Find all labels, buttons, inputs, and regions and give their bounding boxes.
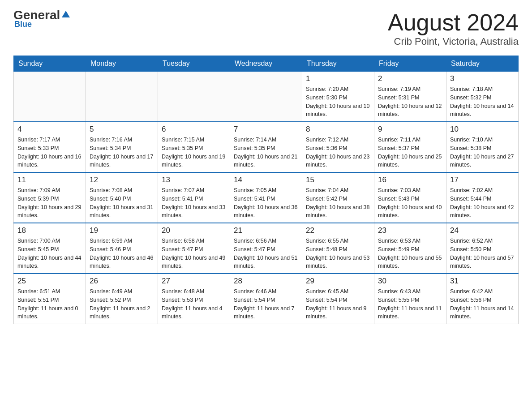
day-number: 2 bbox=[378, 74, 442, 83]
calendar-cell-w4-d5: 22Sunrise: 6:55 AMSunset: 5:48 PMDayligh… bbox=[302, 223, 374, 274]
day-number: 30 bbox=[378, 277, 442, 286]
day-number: 9 bbox=[378, 125, 442, 134]
day-info: Sunrise: 6:46 AMSunset: 5:54 PMDaylight:… bbox=[234, 287, 298, 321]
calendar-cell-w4-d1: 18Sunrise: 7:00 AMSunset: 5:45 PMDayligh… bbox=[14, 223, 86, 274]
day-info: Sunrise: 6:53 AMSunset: 5:49 PMDaylight:… bbox=[378, 237, 442, 270]
calendar-cell-w1-d2 bbox=[86, 72, 158, 122]
day-info: Sunrise: 7:12 AMSunset: 5:36 PMDaylight:… bbox=[306, 136, 370, 169]
day-number: 12 bbox=[90, 176, 154, 184]
calendar-cell-w3-d7: 17Sunrise: 7:02 AMSunset: 5:44 PMDayligh… bbox=[446, 172, 519, 223]
day-info: Sunrise: 6:49 AMSunset: 5:52 PMDaylight:… bbox=[90, 287, 154, 321]
calendar-cell-w1-d5: 1Sunrise: 7:20 AMSunset: 5:30 PMDaylight… bbox=[302, 72, 374, 122]
day-info: Sunrise: 6:56 AMSunset: 5:47 PMDaylight:… bbox=[234, 237, 298, 270]
day-info: Sunrise: 6:52 AMSunset: 5:50 PMDaylight:… bbox=[450, 237, 515, 270]
calendar-cell-w4-d4: 21Sunrise: 6:56 AMSunset: 5:47 PMDayligh… bbox=[230, 223, 302, 274]
logo: General Blue bbox=[13, 9, 71, 29]
calendar-table: Sunday Monday Tuesday Wednesday Thursday… bbox=[13, 56, 519, 324]
day-number: 28 bbox=[234, 277, 298, 286]
week-row-4: 18Sunrise: 7:00 AMSunset: 5:45 PMDayligh… bbox=[14, 223, 519, 274]
calendar-cell-w2-d7: 10Sunrise: 7:10 AMSunset: 5:38 PMDayligh… bbox=[446, 122, 519, 172]
day-info: Sunrise: 7:16 AMSunset: 5:34 PMDaylight:… bbox=[90, 136, 154, 169]
calendar-cell-w3-d5: 15Sunrise: 7:04 AMSunset: 5:42 PMDayligh… bbox=[302, 172, 374, 223]
day-info: Sunrise: 6:58 AMSunset: 5:47 PMDaylight:… bbox=[162, 237, 226, 270]
day-number: 14 bbox=[234, 176, 298, 184]
calendar-cell-w2-d4: 7Sunrise: 7:14 AMSunset: 5:35 PMDaylight… bbox=[230, 122, 302, 172]
day-info: Sunrise: 7:02 AMSunset: 5:44 PMDaylight:… bbox=[450, 186, 515, 220]
day-number: 23 bbox=[378, 226, 442, 235]
calendar-cell-w5-d3: 27Sunrise: 6:48 AMSunset: 5:53 PMDayligh… bbox=[158, 274, 230, 324]
day-info: Sunrise: 7:00 AMSunset: 5:45 PMDaylight:… bbox=[17, 237, 82, 270]
day-info: Sunrise: 6:51 AMSunset: 5:51 PMDaylight:… bbox=[17, 287, 82, 321]
day-info: Sunrise: 7:19 AMSunset: 5:31 PMDaylight:… bbox=[378, 85, 442, 119]
header-thursday: Thursday bbox=[302, 56, 374, 72]
header-saturday: Saturday bbox=[446, 56, 519, 72]
calendar-header-row: Sunday Monday Tuesday Wednesday Thursday… bbox=[14, 56, 519, 72]
week-row-3: 11Sunrise: 7:09 AMSunset: 5:39 PMDayligh… bbox=[14, 172, 519, 223]
day-info: Sunrise: 7:15 AMSunset: 5:35 PMDaylight:… bbox=[162, 136, 226, 169]
day-number: 22 bbox=[306, 226, 370, 235]
calendar-cell-w2-d3: 6Sunrise: 7:15 AMSunset: 5:35 PMDaylight… bbox=[158, 122, 230, 172]
day-number: 24 bbox=[450, 226, 515, 235]
day-info: Sunrise: 6:59 AMSunset: 5:46 PMDaylight:… bbox=[90, 237, 154, 270]
calendar-cell-w1-d4 bbox=[230, 72, 302, 122]
day-number: 5 bbox=[90, 125, 154, 134]
day-number: 26 bbox=[90, 277, 154, 286]
day-number: 7 bbox=[234, 125, 298, 134]
day-number: 8 bbox=[306, 125, 370, 134]
day-info: Sunrise: 7:10 AMSunset: 5:38 PMDaylight:… bbox=[450, 136, 515, 169]
calendar-cell-w5-d6: 30Sunrise: 6:43 AMSunset: 5:55 PMDayligh… bbox=[374, 274, 446, 324]
week-row-1: 1Sunrise: 7:20 AMSunset: 5:30 PMDaylight… bbox=[14, 72, 519, 122]
calendar-cell-w3-d6: 16Sunrise: 7:03 AMSunset: 5:43 PMDayligh… bbox=[374, 172, 446, 223]
day-info: Sunrise: 6:48 AMSunset: 5:53 PMDaylight:… bbox=[162, 287, 226, 321]
day-info: Sunrise: 7:05 AMSunset: 5:41 PMDaylight:… bbox=[234, 186, 298, 220]
logo-blue: Blue bbox=[13, 20, 32, 29]
logo-icon bbox=[61, 9, 71, 19]
calendar-cell-w3-d4: 14Sunrise: 7:05 AMSunset: 5:41 PMDayligh… bbox=[230, 172, 302, 223]
day-number: 21 bbox=[234, 226, 298, 235]
day-info: Sunrise: 7:09 AMSunset: 5:39 PMDaylight:… bbox=[17, 186, 82, 220]
calendar-cell-w1-d7: 3Sunrise: 7:18 AMSunset: 5:32 PMDaylight… bbox=[446, 72, 519, 122]
calendar-cell-w2-d2: 5Sunrise: 7:16 AMSunset: 5:34 PMDaylight… bbox=[86, 122, 158, 172]
header-wednesday: Wednesday bbox=[230, 56, 302, 72]
day-info: Sunrise: 7:17 AMSunset: 5:33 PMDaylight:… bbox=[17, 136, 82, 169]
calendar-cell-w5-d5: 29Sunrise: 6:45 AMSunset: 5:54 PMDayligh… bbox=[302, 274, 374, 324]
calendar-cell-w3-d3: 13Sunrise: 7:07 AMSunset: 5:41 PMDayligh… bbox=[158, 172, 230, 223]
day-number: 15 bbox=[306, 176, 370, 184]
day-number: 19 bbox=[90, 226, 154, 235]
day-number: 25 bbox=[17, 277, 82, 286]
day-number: 27 bbox=[162, 277, 226, 286]
calendar-cell-w2-d5: 8Sunrise: 7:12 AMSunset: 5:36 PMDaylight… bbox=[302, 122, 374, 172]
calendar-cell-w4-d2: 19Sunrise: 6:59 AMSunset: 5:46 PMDayligh… bbox=[86, 223, 158, 274]
header-friday: Friday bbox=[374, 56, 446, 72]
day-number: 6 bbox=[162, 125, 226, 134]
day-number: 11 bbox=[17, 176, 82, 184]
calendar-cell-w5-d1: 25Sunrise: 6:51 AMSunset: 5:51 PMDayligh… bbox=[14, 274, 86, 324]
calendar-cell-w1-d1 bbox=[14, 72, 86, 122]
week-row-5: 25Sunrise: 6:51 AMSunset: 5:51 PMDayligh… bbox=[14, 274, 519, 324]
day-info: Sunrise: 6:42 AMSunset: 5:56 PMDaylight:… bbox=[450, 287, 515, 321]
day-number: 31 bbox=[450, 277, 515, 286]
day-info: Sunrise: 7:07 AMSunset: 5:41 PMDaylight:… bbox=[162, 186, 226, 220]
day-info: Sunrise: 7:20 AMSunset: 5:30 PMDaylight:… bbox=[306, 85, 370, 119]
svg-marker-0 bbox=[62, 11, 70, 17]
day-number: 10 bbox=[450, 125, 515, 134]
day-number: 13 bbox=[162, 176, 226, 184]
page-subtitle: Crib Point, Victoria, Australia bbox=[388, 36, 519, 47]
day-info: Sunrise: 7:04 AMSunset: 5:42 PMDaylight:… bbox=[306, 186, 370, 220]
day-number: 4 bbox=[17, 125, 82, 134]
calendar-cell-w4-d6: 23Sunrise: 6:53 AMSunset: 5:49 PMDayligh… bbox=[374, 223, 446, 274]
header-tuesday: Tuesday bbox=[158, 56, 230, 72]
day-number: 29 bbox=[306, 277, 370, 286]
calendar-cell-w3-d1: 11Sunrise: 7:09 AMSunset: 5:39 PMDayligh… bbox=[14, 172, 86, 223]
day-number: 1 bbox=[306, 74, 370, 83]
header: General Blue August 2024 Crib Point, Vic… bbox=[13, 9, 519, 47]
header-monday: Monday bbox=[86, 56, 158, 72]
calendar-cell-w4-d7: 24Sunrise: 6:52 AMSunset: 5:50 PMDayligh… bbox=[446, 223, 519, 274]
calendar-cell-w2-d6: 9Sunrise: 7:11 AMSunset: 5:37 PMDaylight… bbox=[374, 122, 446, 172]
page-title: August 2024 bbox=[388, 9, 519, 36]
calendar-cell-w4-d3: 20Sunrise: 6:58 AMSunset: 5:47 PMDayligh… bbox=[158, 223, 230, 274]
day-number: 20 bbox=[162, 226, 226, 235]
day-number: 16 bbox=[378, 176, 442, 184]
week-row-2: 4Sunrise: 7:17 AMSunset: 5:33 PMDaylight… bbox=[14, 122, 519, 172]
day-info: Sunrise: 7:03 AMSunset: 5:43 PMDaylight:… bbox=[378, 186, 442, 220]
